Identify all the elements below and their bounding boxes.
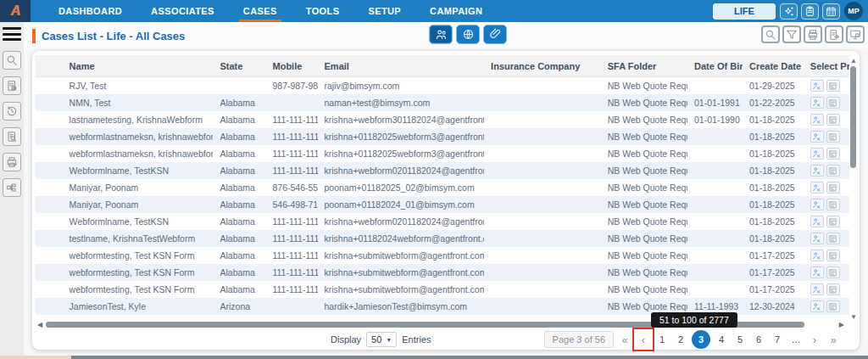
user-avatar[interactable]: MP xyxy=(844,2,863,20)
hamburger-menu-icon[interactable] xyxy=(3,27,21,41)
scroll-down-icon[interactable]: ▼ xyxy=(850,314,857,321)
globe-icon[interactable] xyxy=(456,25,480,44)
scroll-right-icon[interactable]: ▶ xyxy=(839,322,844,328)
clipboard-icon[interactable] xyxy=(801,3,819,20)
person-link-icon[interactable] xyxy=(810,283,824,295)
table-row[interactable]: webformtesting, Test KSN FormAlabama111-… xyxy=(36,247,849,264)
nav-item-dashboard[interactable]: DASHBOARD xyxy=(44,0,136,22)
form-icon[interactable] xyxy=(826,182,840,194)
person-link-icon[interactable] xyxy=(810,182,824,194)
form-icon[interactable] xyxy=(826,199,840,210)
nav-item-associates[interactable]: ASSOCIATES xyxy=(136,0,229,22)
table-row[interactable]: Maniyar, PoonamAlabama546-498-7165poonam… xyxy=(36,196,849,213)
doc-search-icon[interactable] xyxy=(3,127,21,146)
person-link-icon[interactable] xyxy=(810,80,824,92)
form-icon[interactable] xyxy=(826,97,840,109)
table-row[interactable]: webformlastnameksn, krishnawebformtestAl… xyxy=(36,128,849,145)
table-row[interactable]: lastnametesting, KrishnaWebformAlabama11… xyxy=(36,111,849,128)
column-header-email[interactable]: Email xyxy=(318,61,485,71)
table-row[interactable]: RJV, Test987-987-9879rajiv@bimsym.comNB … xyxy=(36,77,849,94)
nav-item-setup[interactable]: SETUP xyxy=(353,0,415,22)
form-icon[interactable] xyxy=(826,165,840,177)
page-button-7[interactable]: 7 xyxy=(770,331,785,348)
page-ellipsis[interactable]: … xyxy=(788,331,804,348)
sparkle-icon[interactable] xyxy=(780,3,798,20)
page-button-3[interactable]: 3 xyxy=(692,330,710,349)
nav-item-cases[interactable]: CASES xyxy=(229,0,292,22)
person-link-icon[interactable] xyxy=(810,114,824,126)
form-icon[interactable] xyxy=(826,233,840,244)
form-icon[interactable] xyxy=(826,131,840,143)
scroll-left-icon[interactable]: ◀ xyxy=(37,322,42,328)
scroll-up-icon[interactable]: ▲ xyxy=(850,58,857,65)
table-row[interactable]: NMN, TestAlabamanaman+test@bimsym.comNB … xyxy=(36,94,849,111)
prev-page-button[interactable]: ‹ xyxy=(636,331,651,348)
vertical-scrollbar[interactable]: ▲ ▼ xyxy=(849,58,857,321)
fax-print-icon[interactable] xyxy=(3,153,21,171)
column-header-dob[interactable]: Date Of Birth xyxy=(687,61,743,71)
form-icon[interactable] xyxy=(826,250,840,261)
person-link-icon[interactable] xyxy=(810,97,824,109)
doc-add-icon[interactable] xyxy=(3,76,21,95)
person-link-icon[interactable] xyxy=(810,216,824,227)
magnifier-icon[interactable] xyxy=(3,51,21,70)
column-header-name[interactable]: Name xyxy=(63,61,214,71)
column-header-state[interactable]: State xyxy=(213,61,265,71)
flow-icon[interactable] xyxy=(3,178,21,197)
printer-icon[interactable] xyxy=(804,25,822,43)
form-icon[interactable] xyxy=(826,266,840,278)
column-header-sfa[interactable]: SFA Folder xyxy=(601,61,687,71)
person-link-icon[interactable] xyxy=(810,266,824,278)
life-button[interactable]: LIFE xyxy=(713,3,776,20)
table-row[interactable]: webformtesting, Test KSN FormAlabama111-… xyxy=(36,264,849,281)
nav-item-tools[interactable]: TOOLS xyxy=(292,0,354,22)
page-button-6[interactable]: 6 xyxy=(751,331,766,348)
person-link-icon[interactable] xyxy=(810,165,824,177)
form-icon[interactable] xyxy=(826,283,840,295)
nav-item-campaign[interactable]: CAMPAIGN xyxy=(415,0,497,22)
column-header-insurance[interactable]: Insurance Company xyxy=(484,61,601,71)
page-button-4[interactable]: 4 xyxy=(714,331,729,348)
page-size-select[interactable]: 50 ▼ xyxy=(366,332,397,347)
funnel-icon[interactable] xyxy=(782,25,801,43)
table-row[interactable]: webformtesting, Test KSN FormAlabama111-… xyxy=(36,281,849,298)
users-icon[interactable] xyxy=(429,25,453,44)
person-link-icon[interactable] xyxy=(810,199,824,210)
calendar-icon[interactable] xyxy=(822,3,840,20)
next-page-button[interactable]: › xyxy=(807,331,822,348)
page-button-1[interactable]: 1 xyxy=(654,331,670,348)
person-link-icon[interactable] xyxy=(810,131,824,143)
table-row[interactable]: Maniyar, PoonamAlabama876-546-5586poonam… xyxy=(36,179,849,196)
table-row[interactable]: testlname, KrishnaTestWebformAlabama111-… xyxy=(36,230,849,247)
table-row[interactable]: webformlastnameksn, krishnawebformtestAl… xyxy=(36,145,849,162)
form-icon[interactable] xyxy=(826,114,840,126)
person-link-icon[interactable] xyxy=(810,148,824,160)
cell-create: 01-18-2025 xyxy=(743,233,804,244)
form-icon[interactable] xyxy=(826,148,840,160)
history-icon[interactable] xyxy=(3,102,21,121)
form-icon[interactable] xyxy=(826,300,840,312)
person-link-icon[interactable] xyxy=(810,233,824,244)
page-button-2[interactable]: 2 xyxy=(673,331,688,348)
paperclip-icon[interactable] xyxy=(483,25,507,44)
table-row[interactable]: Webformlname, TestKSNAlabama111-111-1111… xyxy=(36,162,849,179)
form-icon[interactable] xyxy=(826,216,840,227)
cell-state: Alabama xyxy=(213,267,265,278)
magnifier-icon[interactable] xyxy=(761,25,780,43)
person-link-icon[interactable] xyxy=(810,300,824,312)
column-header-create[interactable]: Create Date↓ xyxy=(743,61,804,71)
vertical-scrollbar-thumb[interactable] xyxy=(850,66,856,168)
person-link-icon[interactable] xyxy=(810,250,824,261)
first-page-button[interactable]: « xyxy=(617,331,632,348)
app-logo[interactable]: A xyxy=(0,0,31,22)
page-button-5[interactable]: 5 xyxy=(732,331,748,348)
form-icon[interactable] xyxy=(826,80,840,92)
cell-name: JamiesonTest, Kyle xyxy=(63,301,214,311)
doc-export-icon[interactable] xyxy=(825,25,843,43)
last-page-button[interactable]: » xyxy=(826,331,841,348)
cell-email: krishna+webform301182024@agentfront.com xyxy=(318,115,485,125)
monitor-gear-icon[interactable] xyxy=(846,25,865,43)
column-header-actions[interactable]: Select Pro xyxy=(804,61,849,71)
table-row[interactable]: Webformlname, TestKSNAlabama111-111-1111… xyxy=(36,213,849,230)
column-header-mobile[interactable]: Mobile xyxy=(266,61,318,71)
